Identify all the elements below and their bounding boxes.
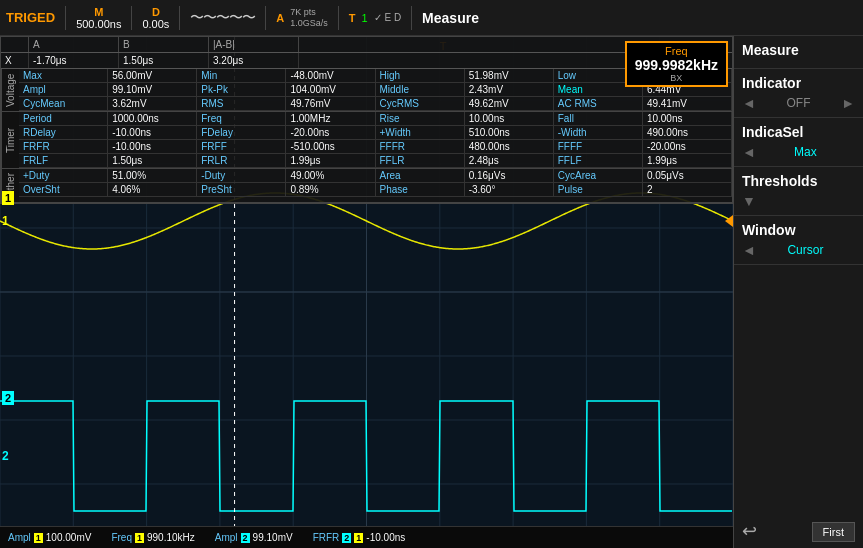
measure-section: Measure <box>734 36 863 69</box>
meas-ampl1: Ampl 1 100.00mV <box>8 532 91 543</box>
scope-area: Freq 999.9982kHz BX A B |A-B| X -1.70μs … <box>0 36 733 548</box>
sample-info: 7K pts 1.0GSa/s <box>290 7 328 29</box>
thresholds-title: Thresholds <box>742 173 855 189</box>
ch2-label: 2 <box>2 391 14 405</box>
timebase-control[interactable]: M 500.00ns <box>76 6 121 30</box>
cursor-x-b: 1.50μs <box>119 53 209 68</box>
indicator-row: ◄ OFF ► <box>742 95 855 111</box>
meas-bottom-bar: Ampl 1 100.00mV Freq 1 990.10kHz Ampl 2 … <box>0 526 733 548</box>
indicasel-value: Max <box>794 145 817 159</box>
table-row: CycMean 3.62mV RMS 49.76mV CycRMS 49.62m… <box>19 97 732 111</box>
trigger-flags: ✓ E D <box>374 12 401 23</box>
freq-display: Freq 999.9982kHz BX <box>625 41 728 87</box>
timer-content: Period 1000.00ns Freq 1.00MHz Rise 10.00… <box>19 112 732 168</box>
table-row: FRLF 1.50μs FRLR 1.99μs FFLR 2.48μs FFLF… <box>19 154 732 168</box>
freq-value: 999.9982kHz <box>635 57 718 73</box>
cursor-x-a: -1.70μs <box>29 53 119 68</box>
table-row: Period 1000.00ns Freq 1.00MHz Rise 10.00… <box>19 112 732 126</box>
other-content: +Duty 51.00% -Duty 49.00% Area 0.16μVs C… <box>19 169 732 202</box>
undo-button[interactable]: ↩ <box>742 520 757 542</box>
indicator-value: OFF <box>787 96 811 110</box>
col-a: A <box>29 37 119 52</box>
ch1-label: 1 <box>2 191 14 205</box>
trigger-control[interactable]: T <box>349 12 356 24</box>
table-row: +Duty 51.00% -Duty 49.00% Area 0.16μVs C… <box>19 169 732 183</box>
meas-ampl2: Ampl 2 99.10mV <box>215 532 293 543</box>
voltage-label: Voltage <box>1 69 19 111</box>
indicator-left-arrow[interactable]: ◄ <box>742 95 756 111</box>
wave-icon: 〜〜〜〜〜 <box>190 9 255 27</box>
cursor-x-row: X -1.70μs 1.50μs 3.20μs <box>1 53 732 69</box>
measure-table: Freq 999.9982kHz BX A B |A-B| X -1.70μs … <box>0 36 733 204</box>
timer-section: Timer Period 1000.00ns Freq 1.00MHz Rise… <box>1 112 732 169</box>
trigger-num: 1 <box>362 12 368 24</box>
first-button[interactable]: First <box>812 522 855 542</box>
table-row: FRFR -10.00ns FRFF -510.00ns FFFR 480.00… <box>19 140 732 154</box>
indicator-right-arrow[interactable]: ► <box>841 95 855 111</box>
top-toolbar: TRIGED M 500.00ns D 0.00s 〜〜〜〜〜 A 7K pts… <box>0 0 863 36</box>
trigger-label[interactable]: TRIGED <box>6 10 55 25</box>
indicasel-title: IndicaSel <box>742 124 855 140</box>
indicasel-row: ◄ Max <box>742 144 855 160</box>
window-section: Window ◄ Cursor <box>734 216 863 265</box>
voltage-section: Voltage Max 56.00mV Min -48.00mV High 51… <box>1 69 732 112</box>
measure-panel-title: Measure <box>742 42 855 58</box>
table-header-row: A B |A-B| <box>1 37 732 53</box>
acquire-control[interactable]: A <box>276 12 284 24</box>
meas-frfr: FRFR 2 1 -10.00ns <box>313 532 406 543</box>
freq-label: Freq <box>665 45 688 57</box>
indicasel-left-arrow[interactable]: ◄ <box>742 144 756 160</box>
thresholds-section: Thresholds ▼ <box>734 167 863 216</box>
measure-title-top: Measure <box>422 10 479 26</box>
col-b: B <box>119 37 209 52</box>
window-value: Cursor <box>787 243 823 257</box>
table-row: OverSht 4.06% PreSht 0.89% Phase -3.60° … <box>19 183 732 197</box>
thresholds-arrow[interactable]: ▼ <box>742 193 855 209</box>
col-ab: |A-B| <box>209 37 299 52</box>
window-row: ◄ Cursor <box>742 242 855 258</box>
right-panel: Measure Indicator ◄ OFF ► IndicaSel ◄ Ma… <box>733 36 863 548</box>
indicator-section: Indicator ◄ OFF ► <box>734 69 863 118</box>
meas-freq1: Freq 1 990.10kHz <box>111 532 194 543</box>
right-panel-bottom: ↩ First <box>734 265 863 548</box>
timer-label: Timer <box>1 112 19 168</box>
window-title: Window <box>742 222 855 238</box>
window-left-arrow[interactable]: ◄ <box>742 242 756 258</box>
freq-sub: BX <box>670 73 682 83</box>
indicator-title: Indicator <box>742 75 855 91</box>
other-section: Other +Duty 51.00% -Duty 49.00% Area 0.1… <box>1 169 732 203</box>
cursor-x-ab: 3.20μs <box>209 53 299 68</box>
cursor-x-label: X <box>1 53 29 68</box>
table-row: RDelay -10.00ns FDelay -20.00ns +Width 5… <box>19 126 732 140</box>
col-empty <box>1 37 29 52</box>
main-area: Freq 999.9982kHz BX A B |A-B| X -1.70μs … <box>0 36 863 548</box>
delay-control[interactable]: D 0.00s <box>142 6 169 30</box>
indicasel-section: IndicaSel ◄ Max <box>734 118 863 167</box>
